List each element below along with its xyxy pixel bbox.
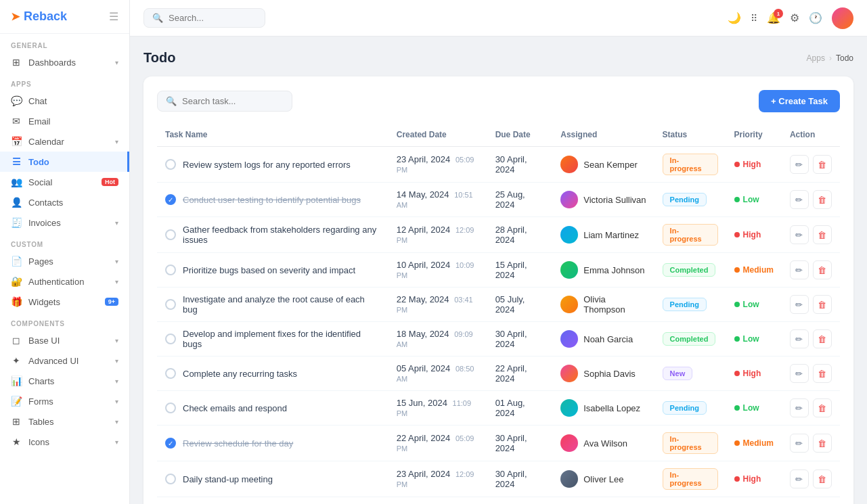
sidebar-item-forms[interactable]: 📝 Forms ▾ xyxy=(0,391,129,411)
history-icon[interactable]: 🕐 xyxy=(809,12,822,24)
sidebar-item-dashboards[interactable]: ⊞ Dashboards ▾ xyxy=(0,52,129,72)
sidebar-item-tables[interactable]: ⊞ Tables ▾ xyxy=(0,411,129,432)
status-badge: In-progress xyxy=(663,154,718,175)
create-task-button[interactable]: + Create Task xyxy=(759,90,840,112)
task-action: ✏ 🗑 xyxy=(782,183,840,217)
task-search-input[interactable] xyxy=(182,96,284,106)
breadcrumb-current: Todo xyxy=(836,53,853,63)
delete-task-button[interactable]: 🗑 xyxy=(813,469,832,488)
priority-dot xyxy=(734,405,740,411)
task-checkbox[interactable] xyxy=(165,299,176,310)
global-search-input[interactable] xyxy=(169,13,257,23)
task-name-text: Review system logs for any reported erro… xyxy=(183,160,351,170)
delete-task-button[interactable]: 🗑 xyxy=(813,155,832,174)
task-checkbox[interactable] xyxy=(165,474,176,484)
task-action: ✏ 🗑 xyxy=(782,217,840,253)
sidebar-item-charts[interactable]: 📊 Charts ▾ xyxy=(0,371,129,391)
sidebar-label-contacts: Contacts xyxy=(28,198,63,208)
dark-mode-icon[interactable]: 🌙 xyxy=(728,12,741,24)
sidebar-item-pages[interactable]: 📄 Pages ▾ xyxy=(0,251,129,271)
grid-apps-icon[interactable]: ⠿ xyxy=(751,13,757,24)
sidebar-item-email[interactable]: ✉ Email xyxy=(0,111,129,131)
task-created-date: 22 May, 2024 03:41 PM xyxy=(388,288,487,322)
sidebar-item-contacts[interactable]: 👤 Contacts xyxy=(0,192,129,212)
task-checkbox[interactable] xyxy=(165,368,176,379)
edit-task-button[interactable]: ✏ xyxy=(790,155,809,174)
edit-task-button[interactable]: ✏ xyxy=(790,398,809,417)
task-checkbox[interactable] xyxy=(165,229,176,240)
sidebar-label-social: Social xyxy=(28,177,52,187)
sidebar-toggle-button[interactable]: ☰ xyxy=(109,10,118,23)
task-priority: Low xyxy=(726,322,782,357)
user-avatar[interactable] xyxy=(832,7,853,29)
sidebar-item-todo[interactable]: ☰ Todo xyxy=(0,152,129,172)
base-ui-icon: ◻ xyxy=(11,335,22,346)
task-action: ✏ 🗑 xyxy=(782,322,840,357)
sidebar-item-invoices[interactable]: 🧾 Invoices ▾ xyxy=(0,212,129,233)
icons-icon: ★ xyxy=(11,436,22,447)
sidebar-item-calendar[interactable]: 📅 Calendar ▾ xyxy=(0,131,129,152)
delete-task-button[interactable]: 🗑 xyxy=(813,364,832,383)
task-card: 🔍 + Create Task Task Name Created Date D… xyxy=(143,76,853,504)
task-name-text: Check emails and respond xyxy=(183,403,287,413)
delete-task-button[interactable]: 🗑 xyxy=(813,398,832,417)
sidebar-item-chat[interactable]: 💬 Chat xyxy=(0,91,129,111)
chat-icon: 💬 xyxy=(11,95,22,106)
task-due-date: 22 April, 2024 xyxy=(487,357,553,391)
task-checkbox[interactable] xyxy=(165,403,176,413)
task-checkbox[interactable] xyxy=(165,265,176,275)
task-name-text: Develop and implement fixes for the iden… xyxy=(183,329,380,349)
task-checkbox[interactable] xyxy=(165,159,176,170)
sidebar-item-advanced-ui[interactable]: ✦ Advanced UI ▾ xyxy=(0,350,129,371)
edit-task-button[interactable]: ✏ xyxy=(790,260,809,279)
edit-task-button[interactable]: ✏ xyxy=(790,225,809,244)
pages-icon: 📄 xyxy=(11,256,22,267)
settings-icon[interactable]: ⚙ xyxy=(790,12,799,24)
sidebar-label-authentication: Authentication xyxy=(28,277,84,287)
status-badge: Pending xyxy=(663,193,707,206)
delete-task-button[interactable]: 🗑 xyxy=(813,260,832,279)
delete-task-button[interactable]: 🗑 xyxy=(813,434,832,453)
created-date-text: 18 May, 2024 xyxy=(397,329,449,339)
sidebar-label-base-ui: Base UI xyxy=(28,336,60,346)
due-date-text: 05 July, 2024 xyxy=(495,294,525,315)
task-action: ✏ 🗑 xyxy=(782,461,840,497)
edit-task-button[interactable]: ✏ xyxy=(790,190,809,209)
delete-task-button[interactable]: 🗑 xyxy=(813,329,832,348)
notification-icon[interactable]: 🔔 1 xyxy=(767,12,780,24)
components-section-label: COMPONENTS xyxy=(0,312,129,330)
task-checkbox[interactable]: ✓ xyxy=(165,194,176,205)
social-icon: 👥 xyxy=(11,177,22,187)
sidebar-label-invoices: Invoices xyxy=(28,218,61,228)
priority-text: Low xyxy=(743,334,759,344)
sidebar-item-widgets[interactable]: 🎁 Widgets 9+ xyxy=(0,292,129,312)
edit-task-button[interactable]: ✏ xyxy=(790,434,809,453)
sidebar-item-icons[interactable]: ★ Icons ▾ xyxy=(0,432,129,452)
task-checkbox[interactable] xyxy=(165,334,176,344)
task-name-cell: Prioritize bugs based on severity and im… xyxy=(157,253,388,288)
col-action: Action xyxy=(782,123,840,147)
delete-task-button[interactable]: 🗑 xyxy=(813,225,832,244)
edit-task-button[interactable]: ✏ xyxy=(790,469,809,488)
header: 🔍 🌙 ⠿ 🔔 1 ⚙ 🕐 xyxy=(130,0,867,37)
app-logo[interactable]: ➤ Reback xyxy=(11,9,67,24)
task-created-date: 12 April, 2024 12:09 PM xyxy=(388,217,487,253)
task-due-date: 25 Aug, 2024 xyxy=(487,183,553,217)
delete-task-button[interactable]: 🗑 xyxy=(813,190,832,209)
edit-task-button[interactable]: ✏ xyxy=(790,329,809,348)
sidebar-item-authentication[interactable]: 🔐 Authentication ▾ xyxy=(0,271,129,292)
sidebar-item-base-ui[interactable]: ◻ Base UI ▾ xyxy=(0,330,129,350)
edit-task-button[interactable]: ✏ xyxy=(790,295,809,314)
created-date-text: 23 April, 2024 xyxy=(397,469,451,479)
task-search-box[interactable]: 🔍 xyxy=(157,91,292,112)
page-title: Todo xyxy=(143,50,175,66)
task-checkbox[interactable]: ✓ xyxy=(165,438,176,449)
due-date-text: 30 April, 2024 xyxy=(495,154,527,175)
edit-task-button[interactable]: ✏ xyxy=(790,364,809,383)
global-search-box[interactable]: 🔍 xyxy=(143,8,265,28)
main-content: Todo Apps › Todo 🔍 + Create Task Task Na… xyxy=(130,37,867,504)
breadcrumb-apps[interactable]: Apps xyxy=(807,53,825,63)
delete-task-button[interactable]: 🗑 xyxy=(813,295,832,314)
due-date-text: 01 Aug, 2024 xyxy=(495,398,525,418)
sidebar-item-social[interactable]: 👥 Social Hot xyxy=(0,172,129,192)
